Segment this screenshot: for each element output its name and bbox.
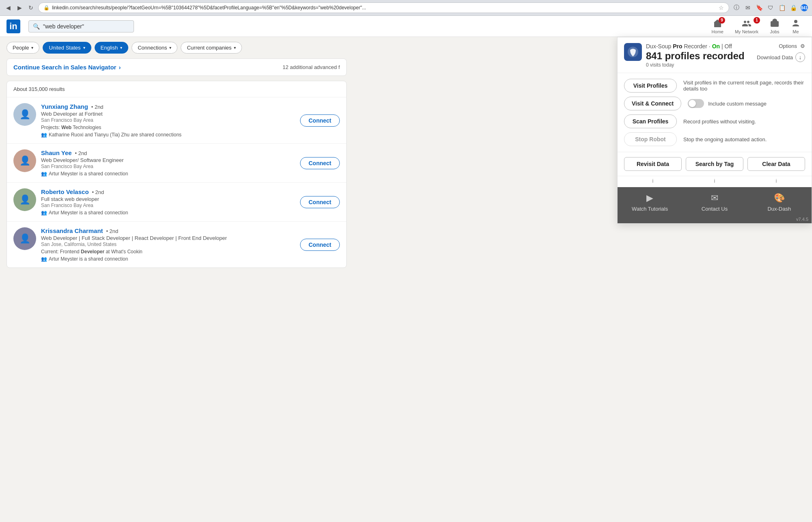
filter-connections[interactable]: Connections ▾ — [132, 42, 177, 54]
dux-status-off: Off — [725, 43, 732, 50]
avatar: 👤 — [13, 103, 36, 126]
connect-button-4[interactable]: Connect — [300, 239, 340, 251]
result-connections: 👥 Artur Meyster is a shared connection — [41, 256, 295, 262]
visit-profiles-button[interactable]: Visit Profiles — [624, 79, 677, 93]
linkedin-body: People ▾ United States ▾ English ▾ Conne… — [0, 37, 353, 273]
result-name[interactable]: Krissandra Charmant — [41, 227, 103, 234]
connections-icon: 👥 — [41, 132, 47, 138]
search-input[interactable] — [43, 23, 130, 30]
visit-connect-row: Visit & Connect Include custom message — [624, 97, 805, 110]
result-degree: • 2nd — [92, 189, 104, 195]
stop-robot-row: Stop Robot Stop the ongoing automated ac… — [624, 132, 805, 146]
revisit-info-icon[interactable]: i — [624, 178, 682, 184]
forward-icon[interactable]: ▶ — [15, 4, 24, 12]
results-container: About 315,000 results 👤 Yunxiang Zhang •… — [6, 81, 347, 268]
filter-people[interactable]: People ▾ — [6, 42, 39, 54]
copy-icon[interactable]: 📋 — [778, 4, 786, 12]
clear-data-button[interactable]: Clear Data — [747, 157, 805, 171]
main-content: People ▾ United States ▾ English ▾ Conne… — [0, 37, 812, 273]
result-info: Roberto Velasco • 2nd Full stack web dev… — [41, 188, 295, 216]
visit-connect-button[interactable]: Visit & Connect — [624, 97, 681, 110]
nav-jobs[interactable]: Jobs — [765, 15, 784, 37]
back-icon[interactable]: ◀ — [4, 4, 12, 12]
shield-icon[interactable]: 🛡 — [767, 4, 775, 12]
search-by-tag-button[interactable]: Search by Tag — [686, 157, 743, 171]
result-degree: • 2nd — [75, 150, 87, 156]
connections-icon: 👥 — [41, 171, 47, 177]
extension-badge[interactable]: 841 — [801, 4, 808, 11]
result-info: Shaun Yee • 2nd Web Developer/ Software … — [41, 149, 295, 177]
filter-companies[interactable]: Current companies ▾ — [181, 42, 242, 54]
result-title: Full stack web developer — [41, 196, 295, 202]
dux-options-button[interactable]: Options ⚙ — [779, 43, 805, 49]
result-location: San Francisco Bay Area — [41, 164, 295, 169]
result-name[interactable]: Roberto Velasco — [41, 188, 89, 195]
connect-button-3[interactable]: Connect — [300, 196, 340, 208]
linkedin-search-bar[interactable]: 🔍 — [28, 20, 134, 32]
network-badge: 1 — [754, 17, 760, 24]
result-name[interactable]: Yunxiang Zhang — [41, 103, 88, 110]
dux-actions: Visit Profiles Visit profiles in the cur… — [618, 73, 812, 152]
bookmark-icon[interactable]: 🔖 — [755, 4, 763, 12]
search-tag-info-icon[interactable]: i — [686, 178, 743, 184]
companies-chevron-icon: ▾ — [234, 45, 236, 50]
gear-icon: ⚙ — [800, 43, 805, 49]
visit-profiles-row: Visit Profiles Visit profiles in the cur… — [624, 79, 805, 93]
dux-download-button[interactable]: Download Data ↓ — [757, 52, 805, 62]
dux-app-name: Dux-Soup Pro Recorder · On | Off — [646, 43, 745, 50]
nav-me[interactable]: Me — [786, 15, 806, 37]
connect-button-2[interactable]: Connect — [300, 157, 340, 169]
stop-robot-desc: Stop the ongoing automated action. — [683, 136, 805, 142]
info-icon[interactable]: ⓘ — [732, 4, 741, 12]
avatar: 👤 — [13, 149, 36, 172]
dux-header-right: Options ⚙ Download Data ↓ — [757, 43, 805, 62]
results-header: About 315,000 results — [7, 81, 346, 97]
revisit-data-button[interactable]: Revisit Data — [624, 157, 682, 171]
nav-home[interactable]: Home 9 — [707, 15, 728, 37]
result-detail: Projects: Web Technologies — [41, 125, 295, 130]
location-chevron-icon: ▾ — [83, 45, 85, 50]
refresh-icon[interactable]: ↻ — [27, 4, 35, 12]
avatar: 👤 — [13, 188, 36, 211]
connect-button-1[interactable]: Connect — [300, 114, 340, 127]
sales-nav-link[interactable]: Continue Search in Sales Navigator › — [13, 64, 121, 71]
filter-location[interactable]: United States ▾ — [43, 42, 91, 54]
table-row: 👤 Krissandra Charmant • 2nd Web Develope… — [7, 222, 346, 267]
toggle-track[interactable] — [688, 99, 704, 108]
connections-icon: 👥 — [41, 210, 47, 216]
connections-icon: 👥 — [41, 256, 47, 262]
table-row: 👤 Yunxiang Zhang • 2nd Web Developer at … — [7, 97, 346, 144]
dux-profiles-count: 841 profiles recorded — [646, 50, 745, 62]
filter-language[interactable]: English ▾ — [95, 42, 129, 54]
toggle-knob — [689, 100, 696, 107]
security-icon[interactable]: 🔒 — [789, 4, 797, 12]
dux-footer: ▶ Watch Tutorials ✉ Contact Us 🎨 Dux-Das… — [618, 187, 812, 216]
nav-my-network[interactable]: My Network 1 — [730, 15, 763, 37]
result-title: Web Developer/ Software Engineer — [41, 157, 295, 163]
dux-title-section: Dux-Soup Pro Recorder · On | Off 841 pro… — [646, 43, 745, 68]
sales-nav-chevron-icon: › — [119, 64, 121, 71]
dux-logo-area: Dux-Soup Pro Recorder · On | Off 841 pro… — [624, 43, 745, 68]
table-row: 👤 Roberto Velasco • 2nd Full stack web d… — [7, 183, 346, 222]
dux-dash-button[interactable]: 🎨 Dux-Dash — [747, 187, 812, 216]
dux-info-row: i i i — [618, 176, 812, 187]
scan-profiles-desc: Record profiles without visiting. — [683, 119, 805, 125]
clear-data-info-icon[interactable]: i — [747, 178, 805, 184]
watch-tutorials-button[interactable]: ▶ Watch Tutorials — [618, 187, 682, 216]
email-icon: ✉ — [711, 193, 718, 203]
address-bar[interactable]: 🔒 linkedin.com/search/results/people/?fa… — [38, 2, 729, 13]
dux-logo — [624, 43, 642, 61]
contact-us-button[interactable]: ✉ Contact Us — [682, 187, 747, 216]
filter-bar: People ▾ United States ▾ English ▾ Conne… — [6, 42, 347, 54]
email-icon[interactable]: ✉ — [744, 4, 752, 12]
linkedin-logo[interactable]: in — [6, 19, 20, 33]
scan-profiles-button[interactable]: Scan Profiles — [624, 114, 677, 128]
result-location: San Francisco Bay Area — [41, 203, 295, 208]
result-connections: 👥 Artur Meyster is a shared connection — [41, 171, 295, 177]
result-degree: • 2nd — [106, 228, 118, 234]
dux-soup-popup: Dux-Soup Pro Recorder · On | Off 841 pro… — [617, 37, 812, 224]
result-location: San Francisco Bay Area — [41, 117, 295, 123]
stop-robot-button[interactable]: Stop Robot — [624, 132, 677, 146]
result-title: Web Developer | Full Stack Developer | R… — [41, 235, 295, 241]
result-name[interactable]: Shaun Yee — [41, 149, 72, 156]
